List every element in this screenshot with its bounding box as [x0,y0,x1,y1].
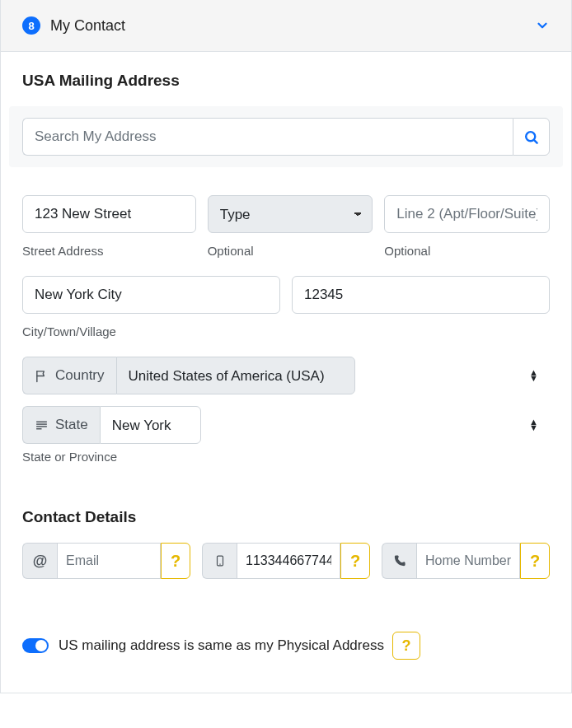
email-addon: @ [22,543,57,579]
address-search-input[interactable] [22,118,513,156]
city-help: City/Town/Village [22,324,280,338]
svg-rect-5 [36,428,41,429]
home-phone-addon [382,543,416,579]
street-help: Street Address [22,244,196,258]
address-type-select[interactable]: Type [208,195,373,233]
phone-icon [392,554,406,568]
flag-usa-icon [35,418,49,432]
state-label: State [55,417,88,433]
my-contact-section: 8 My Contact USA Mailing Address [0,0,572,693]
flag-icon [35,369,49,383]
section-body: USA Mailing Address Type [1,52,571,693]
city-input[interactable] [22,276,280,314]
state-addon: State [22,406,100,444]
home-number-input[interactable] [416,543,520,579]
svg-line-1 [534,139,537,142]
email-help-button[interactable]: ? [161,543,190,579]
mailing-address-heading: USA Mailing Address [22,72,550,90]
same-address-toggle[interactable] [22,638,49,653]
chevron-down-icon [535,18,550,33]
country-select[interactable]: United States of America (USA) [116,357,355,394]
line2-input[interactable] [384,195,550,233]
search-icon [523,129,539,145]
mobile-icon [214,553,226,568]
address-search-button[interactable] [513,118,550,156]
same-address-label: US mailing address is same as my Physica… [59,637,384,654]
section-title: My Contact [50,17,535,35]
state-help: State or Province [22,450,550,464]
state-select[interactable]: New York [100,406,201,444]
country-label: Country [55,367,105,384]
line2-help: Optional [384,244,550,258]
at-icon: @ [33,553,48,570]
mobile-addon [202,543,237,579]
email-input[interactable] [57,543,161,579]
mobile-help-button[interactable]: ? [340,543,370,579]
mobile-input[interactable] [237,543,340,579]
street-address-input[interactable] [22,195,196,233]
address-search-wrap [9,106,563,167]
svg-rect-3 [36,423,47,424]
sort-icon: ▲▼ [529,419,538,431]
country-addon: Country [22,357,116,394]
same-address-help-button[interactable]: ? [392,632,420,660]
contact-details-heading: Contact Details [22,508,550,526]
sort-icon: ▲▼ [529,370,538,381]
home-help-button[interactable]: ? [520,543,550,579]
zip-input[interactable] [292,276,550,314]
step-number-badge: 8 [22,16,40,35]
section-header[interactable]: 8 My Contact [1,0,571,52]
type-help: Optional [208,244,373,258]
svg-rect-4 [36,426,47,427]
svg-rect-2 [36,421,47,422]
